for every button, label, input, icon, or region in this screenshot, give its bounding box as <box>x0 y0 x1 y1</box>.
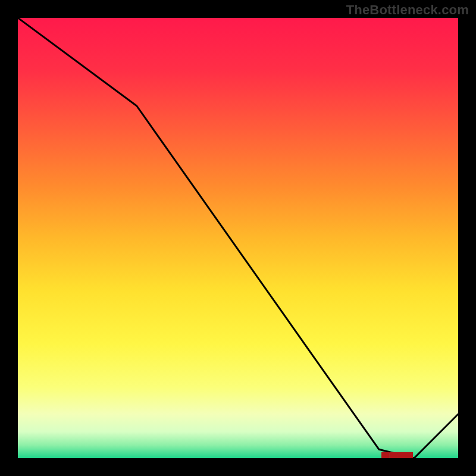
minimum-marker-label: ████████ <box>381 452 413 458</box>
data-line <box>18 18 458 458</box>
chart-frame: TheBottleneck.com ████████ <box>0 0 476 476</box>
watermark-text: TheBottleneck.com <box>346 2 469 18</box>
plot-area: ████████ <box>18 18 458 458</box>
